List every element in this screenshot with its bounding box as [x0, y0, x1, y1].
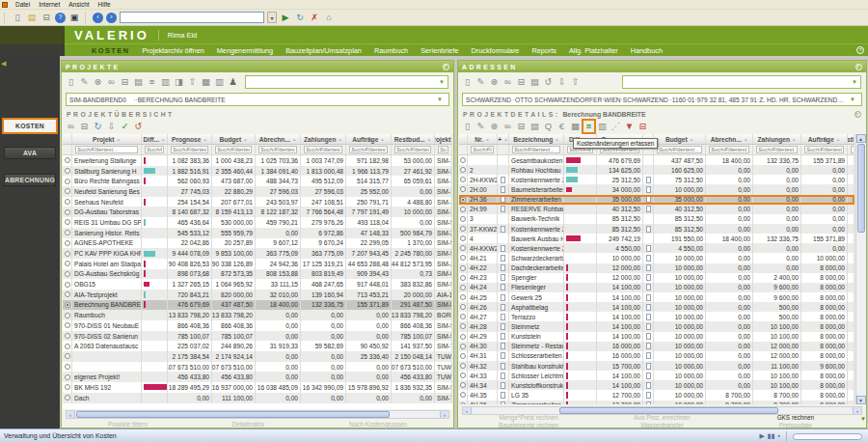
table-row[interactable]: Stallburg Sanierung H1 882 516,912 355 4…	[63, 166, 452, 177]
document-icon[interactable]	[646, 352, 651, 359]
sidebar-item-ava[interactable]: AVA	[4, 147, 56, 159]
column-header[interactable]: Zahlungen	[304, 136, 336, 143]
column-header[interactable]: Zahlungen	[758, 136, 790, 143]
column-header[interactable]: Aufträge	[808, 136, 834, 143]
table-row[interactable]: Büro Rechte Bahngass562 060,93473 687,00…	[63, 176, 452, 186]
print-red-icon[interactable]: ⊟	[637, 121, 648, 132]
document-icon[interactable]	[646, 323, 651, 330]
help-icon[interactable]: ?	[855, 64, 862, 70]
scroll-down-icon[interactable]: ▼	[856, 396, 866, 404]
filter-input[interactable]	[304, 146, 342, 153]
help-icon[interactable]: ?	[443, 64, 449, 70]
row-radio[interactable]	[460, 167, 466, 173]
header-menu-item[interactable]: Mengenermittlung	[217, 46, 273, 55]
row-radio[interactable]	[65, 302, 70, 308]
table-row[interactable]: 107 673 510,00107 673 510,000,000,000,00…	[63, 362, 452, 373]
table-row[interactable]: 2 175 384,542 174 924,140,000,0025 336,4…	[63, 351, 452, 362]
open-folder-icon[interactable]: ▤	[133, 76, 144, 88]
row-radio[interactable]	[460, 177, 466, 182]
document-icon[interactable]	[501, 226, 505, 233]
new-document-icon[interactable]: ▯	[66, 76, 76, 88]
table-row[interactable]: 4Bauwerk Ausbau Hoch249 742,19191 550,00…	[459, 234, 854, 243]
table-row[interactable]: Berechnung BANDBRE476 679,69437 487,5018…	[63, 300, 452, 311]
document-icon[interactable]	[646, 196, 651, 203]
address-dropdown-icon[interactable]: ▾	[267, 12, 277, 23]
table-row[interactable]: 4H.27Terrazzo14 100,0010 000,000,00500,0…	[459, 312, 854, 321]
print-icon[interactable]: ⊟	[79, 121, 90, 132]
document-icon[interactable]	[501, 255, 505, 262]
app-module-icon[interactable]: ▣	[68, 12, 80, 23]
document-icon[interactable]	[646, 284, 651, 290]
table-row[interactable]: 3T-KKW2Kostenkennwerte 2.Eb85 312,5085 3…	[459, 224, 854, 234]
document-icon[interactable]	[646, 245, 651, 252]
column-header[interactable]: Budget	[665, 136, 688, 143]
address-input[interactable]	[120, 12, 264, 23]
document-icon[interactable]	[501, 333, 505, 340]
filter-input[interactable]	[394, 146, 431, 153]
row-radio[interactable]	[460, 344, 466, 349]
row-radio[interactable]	[460, 216, 466, 222]
scroll-thumb[interactable]	[857, 144, 865, 233]
search-binoculars-icon[interactable]: ∞	[502, 121, 513, 132]
projekt-combo[interactable]: SIM-BANDBREND0__··BERECHNUNG BANDBREITE …	[66, 93, 449, 106]
button-detailmatrix[interactable]: Detailmatrix	[232, 421, 265, 428]
header-menu-item[interactable]: Druckformulare	[472, 46, 520, 55]
table-row[interactable]: BK MHS 19218 289 495,2916 937 000,0016 0…	[63, 382, 452, 393]
table-row[interactable]: OBG151 327 265,151 064 965,9233 111,1546…	[63, 279, 452, 290]
table-row[interactable]: 4H.21Schwarzdeckerarbeiter10 000,0010 00…	[459, 253, 854, 262]
header-menu-item[interactable]: Reports	[531, 46, 556, 55]
filter-input[interactable]	[349, 146, 388, 153]
row-radio[interactable]	[65, 291, 70, 297]
filter-input[interactable]	[512, 146, 560, 153]
row-radio[interactable]	[65, 240, 70, 246]
row-radio[interactable]	[65, 251, 70, 257]
undo-icon[interactable]: ↺	[133, 121, 144, 132]
new-document-icon[interactable]: ▯	[462, 76, 473, 88]
document-icon[interactable]	[501, 352, 505, 359]
document-icon[interactable]	[646, 264, 651, 271]
row-radio[interactable]	[460, 186, 466, 192]
document-icon[interactable]	[646, 314, 651, 320]
help-icon[interactable]: ?	[856, 46, 864, 54]
column-header[interactable]: Prognose	[172, 136, 201, 143]
table-row[interactable]: 4H.25Gewerk 2514 100,0010 000,000,009 60…	[459, 292, 854, 302]
column-header[interactable]: Abrechn...	[711, 136, 742, 143]
table-row[interactable]: Dach0,00111 100,000,000,000,000,00SIM-Te…	[63, 393, 452, 403]
menu-internet[interactable]: Internet	[39, 1, 60, 8]
row-radio[interactable]	[65, 261, 70, 266]
table-row[interactable]: 4H.33Schlosser Leichtmetall14 100,0010 0…	[459, 371, 854, 380]
document-icon[interactable]	[501, 304, 505, 311]
document-icon[interactable]	[646, 255, 651, 262]
filter-input[interactable]	[438, 146, 448, 153]
scroll-thumb[interactable]	[76, 411, 390, 418]
row-radio[interactable]	[65, 333, 70, 339]
row-radio[interactable]	[460, 157, 466, 163]
header-menu-item[interactable]: Projektarchiv öffnen	[142, 46, 203, 55]
row-radio[interactable]	[65, 188, 70, 194]
table-icon[interactable]: ▦	[201, 76, 211, 88]
row-radio[interactable]	[460, 382, 466, 388]
document-icon[interactable]	[501, 382, 505, 389]
go-icon[interactable]: ▶	[280, 12, 291, 23]
table-row[interactable]: 4H.36Zimmererarbeiten13 700,0010 000,009…	[459, 401, 854, 404]
column-header[interactable]: Diff...	[144, 136, 159, 143]
row-radio[interactable]	[460, 323, 466, 329]
row-radio[interactable]	[460, 392, 466, 398]
table-row[interactable]: 4H.30Steinmetz - Restaurier16 000,0010 0…	[459, 342, 854, 351]
row-radio[interactable]	[460, 255, 466, 261]
filter-input[interactable]	[804, 146, 844, 153]
magnifier-icon[interactable]: Q	[543, 121, 554, 132]
table-row[interactable]: DG-Ausbau Taborstras8 140 687,328 159 41…	[63, 207, 452, 217]
edit-icon[interactable]: ✎	[475, 76, 486, 88]
open-folder-icon[interactable]: ▤	[26, 12, 38, 23]
copy-icon[interactable]: ◨	[174, 76, 184, 88]
filter-input[interactable]	[258, 146, 297, 153]
filter-input[interactable]	[145, 146, 164, 153]
document-icon[interactable]	[646, 304, 651, 311]
document-icon[interactable]	[501, 186, 505, 193]
table-row[interactable]: 2Rohbau Hochbau134 625,00160 625,000,000…	[459, 165, 854, 175]
column-header[interactable]: +	[498, 136, 502, 143]
euro-icon[interactable]: €	[556, 121, 567, 132]
column-header[interactable]: Nr.	[475, 136, 483, 143]
scroll-up-icon[interactable]: ▲	[856, 134, 866, 143]
